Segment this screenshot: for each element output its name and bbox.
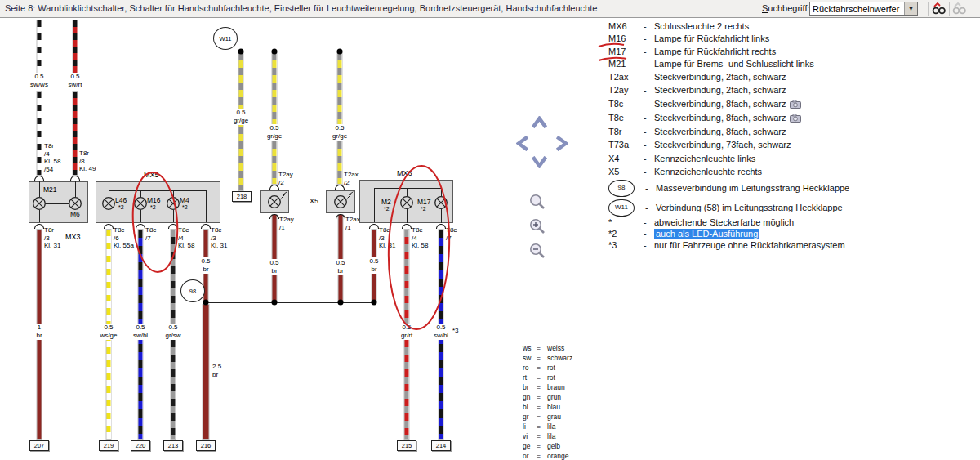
connection-line: [140, 210, 141, 222]
pin-label-t8c-7: T8c/7: [145, 226, 156, 242]
lamp-label-m16: M16: [147, 196, 161, 204]
wire-br-thick: [203, 305, 209, 439]
pan-right-arrow[interactable]: [556, 136, 568, 151]
color-legend-row: ro=rot: [523, 363, 555, 373]
flash-icon: [281, 192, 288, 199]
pan-left-arrow[interactable]: [516, 136, 528, 151]
connection-line: [39, 181, 40, 197]
terminal-216: 216: [196, 440, 216, 451]
connection-line: [173, 210, 174, 222]
lamp-note: *2: [118, 204, 124, 210]
color-legend-row: ge=gelb: [523, 441, 560, 451]
legend-row: W11-Verbindung (58) im Leitungsstrang He…: [608, 199, 843, 217]
wire-label: 0.5sw/bl: [433, 324, 449, 340]
terminal-214: 214: [431, 440, 451, 451]
terminal-220: 220: [131, 440, 150, 451]
legend-row: M17-Lampe für Rückfahrlicht rechts: [608, 46, 776, 57]
color-legend-row: bl=blau: [523, 402, 560, 412]
wire-br: [273, 215, 277, 301]
ground-node-98: 98: [180, 279, 205, 302]
terminal-218: 218: [232, 191, 252, 202]
lamp-icon-m6: [68, 196, 82, 211]
wire-label: 0.5br: [200, 257, 211, 274]
legend-row: *3-nur für Fahrzeuge ohne Rückfahrkamera…: [608, 239, 845, 251]
legend-row: *-abweichende Steckerfarbe möglich: [608, 217, 794, 228]
pin-label-t8c-4: T8c/4Kl. 58: [178, 226, 194, 250]
legend-row: T8c-Steckverbindung, 8fach, schwarz: [608, 98, 801, 109]
box-label-mx5: MX5: [144, 171, 159, 179]
wire-label: 0.5br: [269, 259, 279, 275]
legend-row: M21-Lampe für Brems- und Schlusslicht li…: [608, 58, 814, 69]
plug-arc: [168, 224, 178, 229]
ground-node-symbol: 98: [608, 180, 635, 197]
wire-br: [339, 215, 343, 301]
box-label-mx6: MX6: [397, 169, 412, 177]
lamp-icon-m4: [166, 196, 180, 211]
plug-arc: [436, 224, 446, 229]
legend-row: *2-auch als LED-Ausführung: [608, 228, 760, 239]
wire-label: 0.5gr/ge: [266, 124, 283, 141]
pan-down-arrow[interactable]: [532, 156, 547, 168]
wire-junction-dot: [372, 300, 377, 306]
highlighted-text[interactable]: auch als LED-Ausführung: [654, 229, 760, 239]
legend-row: T2ax-Steckverbindung, 2fach, schwarz: [608, 71, 786, 83]
plug-arc: [402, 224, 412, 229]
magnifier-icon[interactable]: [528, 193, 546, 211]
box-label-x5: X5: [310, 197, 318, 205]
search-input[interactable]: [811, 3, 904, 14]
camera-icon[interactable]: [790, 100, 801, 109]
page-title: Seite 8: Warnblinklichtschalter, Schalte…: [5, 0, 597, 17]
pin-label-t8r-4: T8r/4Kl. 58/54: [44, 142, 60, 173]
search-forward-icon[interactable]: [932, 2, 947, 16]
pin-label-t2ax-2: T2ax/2: [344, 171, 359, 186]
plug-arc: [201, 224, 211, 229]
wire-label: 0.5gr/ge: [332, 124, 348, 141]
wire-note: *3: [452, 327, 460, 335]
terminal-215: 215: [397, 440, 416, 451]
lamp-note: *2: [384, 206, 390, 212]
wire-label: 0.5sw/ws: [29, 73, 49, 89]
wire-label: 0.5br: [368, 257, 379, 274]
pin-label-t8e-3: T8e/3Kl. 31: [379, 226, 395, 250]
wire-junction-dot: [272, 300, 278, 306]
wire-gr-ge: [273, 53, 277, 184]
color-legend-row: ws=weiss: [523, 343, 564, 353]
wire-junction-dot: [203, 300, 209, 306]
bus-line-w11: [235, 51, 341, 51]
combobox-dropdown-button[interactable]: ▼: [904, 2, 917, 15]
legend-row: T73a-Steckverbindung, 73fach, schwarz: [608, 139, 791, 150]
connection-line: [75, 181, 76, 197]
wire-sw-rt: [74, 92, 78, 175]
wire-label: 0.5gr/sw: [164, 324, 181, 340]
terminal-213: 213: [163, 440, 183, 451]
wire-label: 0.5gr/rt: [400, 324, 413, 340]
search-backward-icon-disabled: [952, 2, 967, 16]
wire-label: 0.5br: [335, 259, 345, 275]
connection-node-w11: W11: [213, 27, 238, 50]
legend-row: M16-Lampe für Rückfahrlicht links: [608, 33, 769, 44]
lamp-icon-m2: [399, 195, 414, 210]
color-legend-row: or=orange: [523, 451, 568, 460]
connection-line: [441, 209, 442, 223]
connection-line: [374, 188, 375, 222]
camera-icon[interactable]: [790, 114, 801, 123]
lamp-note: *2: [182, 204, 188, 210]
zoom-out-icon[interactable]: [528, 242, 546, 260]
pin-label-t8c-3: T8c/3Kl. 31: [211, 226, 227, 250]
plug-arc: [34, 176, 44, 181]
search-combobox[interactable]: ▼: [809, 2, 918, 16]
wire-junction-dot: [338, 300, 344, 306]
pan-up-arrow[interactable]: [532, 116, 547, 128]
toolbar-separator: [928, 2, 929, 16]
zoom-in-icon[interactable]: [528, 217, 546, 235]
wire-label: 0.5sw/rt: [68, 73, 83, 89]
terminal-219: 219: [99, 440, 118, 451]
color-legend-row: li=lila: [523, 422, 555, 431]
lamp-label-l46: L46: [115, 196, 127, 204]
lamp-icon-m21: [32, 196, 47, 211]
pin-label-t8r-8: T8r/8Kl. 49: [79, 150, 96, 173]
wire-sw-ws: [38, 92, 42, 175]
connection-line: [109, 210, 109, 222]
flash-icon: [347, 192, 354, 199]
lamp-icon-m16: [133, 196, 148, 211]
